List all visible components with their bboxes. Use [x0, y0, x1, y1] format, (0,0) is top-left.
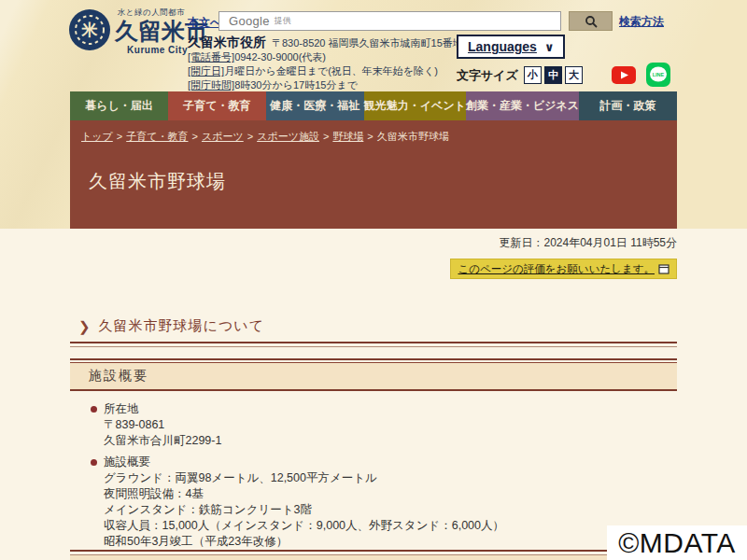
breadcrumb-separator: > [191, 131, 197, 142]
facility-list: 所在地 〒839-0861 久留米市合川町2299-1 施設概要 グラウンド：両… [91, 401, 651, 555]
list-item-line: 収容人員：15,000人（メインスタンド：9,000人、外野スタンド：6,000… [91, 518, 651, 534]
search-button[interactable] [569, 11, 613, 31]
office-days-line: [開庁日]月曜日から金曜日まで(祝日、年末年始を除く) [188, 64, 458, 78]
office-name: 久留米市役所 [188, 35, 266, 49]
title-banner: トップ>子育て・教育>スポーツ>スポーツ施設>野球場>久留米市野球場 久留米市野… [70, 120, 677, 229]
list-item-line: 夜間照明設備：4基 [91, 486, 651, 502]
search-icon [585, 15, 598, 28]
external-link-icon [658, 264, 669, 274]
phone-value: 0942-30-9000(代表) [234, 51, 326, 63]
next-section-strip [70, 555, 677, 560]
days-label: [開庁日] [188, 65, 224, 77]
list-item: 所在地 〒839-0861 久留米市合川町2299-1 [91, 401, 651, 449]
list-item-title: 施設概要 [91, 455, 651, 470]
phone-label: [電話番号] [188, 51, 234, 63]
list-item-line: 昭和50年3月竣工（平成23年改修） [91, 534, 651, 550]
days-value: 月曜日から金曜日まで(祝日、年末年始を除く) [224, 65, 438, 77]
overview-section-header: 施設概要 [70, 358, 677, 391]
youtube-icon[interactable] [612, 66, 636, 88]
site-logo[interactable]: 水と緑の人間都市 久留米市 Kurume City [115, 7, 188, 55]
breadcrumb-separator: > [323, 131, 329, 142]
list-item-title: 所在地 [91, 401, 651, 417]
nav-item-3[interactable]: 観光魅力・イベント [364, 91, 466, 120]
breadcrumb: トップ>子育て・教育>スポーツ>スポーツ施設>野球場>久留米市野球場 [81, 130, 449, 144]
list-item-line: メインスタンド：鉄筋コンクリート3階 [91, 502, 651, 518]
breadcrumb-link[interactable]: スポーツ [202, 131, 244, 142]
section-heading-about: ❯ 久留米市野球場について [78, 317, 264, 335]
office-hours-line: [開庁時間]8時30分から17時15分まで [188, 78, 458, 92]
languages-dropdown[interactable]: Languages ∨ [457, 35, 565, 59]
nav-item-label: 暮らし・届出 [85, 98, 153, 114]
nav-item-label: 計画・政策 [600, 98, 656, 114]
svg-text:LINE: LINE [653, 72, 665, 77]
nav-item-1[interactable]: 子育て・教育 [168, 91, 266, 120]
breadcrumb-current: 久留米市野球場 [377, 131, 449, 142]
font-size-large-button[interactable]: 大 [565, 66, 583, 84]
overview-heading-box: 施設概要 [70, 363, 677, 391]
nav-item-4[interactable]: 創業・産業・ビジネス [466, 91, 579, 120]
chevron-right-icon: ❯ [78, 318, 91, 335]
page-title: 久留米市野球場 [89, 169, 226, 194]
search-input[interactable]: Google 提供 [218, 11, 561, 31]
font-size-label: 文字サイズ [457, 67, 518, 84]
breadcrumb-link[interactable]: スポーツ施設 [257, 131, 319, 142]
breadcrumb-separator: > [117, 131, 122, 142]
font-size-medium-button[interactable]: 中 [544, 66, 562, 84]
office-phone-line: [電話番号]0942-30-9000(代表) [188, 50, 458, 64]
search-placeholder-suffix: 提供 [275, 15, 291, 27]
office-postal-address: 〒830-8520 福岡県久留米市城南町15番地3 [272, 37, 469, 49]
nav-item-label: 創業・産業・ビジネス [466, 98, 579, 114]
emblem-char: 米 [81, 21, 99, 39]
list-item-line: 〒839-0861 [91, 417, 651, 433]
search-placeholder-brand: Google [229, 14, 270, 28]
watermark-text: ©MDATA [618, 527, 736, 559]
breadcrumb-link[interactable]: トップ [81, 131, 113, 142]
list-item: 施設概要 グラウンド：両翼98メートル、12,500平方メートル 夜間照明設備：… [91, 455, 651, 550]
line-icon[interactable]: LINE [646, 63, 670, 91]
hours-label: [開庁時間] [188, 79, 234, 91]
nav-item-5[interactable]: 計画・政策 [579, 91, 677, 120]
breadcrumb-link[interactable]: 子育て・教育 [126, 131, 188, 142]
about-heading-text: 久留米市野球場について [99, 317, 264, 335]
page-feedback-link[interactable]: このページの評価をお願いいたします。 [450, 259, 677, 279]
city-emblem-icon: 米 [68, 8, 111, 55]
font-size-controls: 文字サイズ 小 中 大 [457, 66, 583, 84]
nav-item-label: 観光魅力・イベント [364, 98, 466, 114]
search-help-link[interactable]: 検索方法 [619, 14, 664, 30]
divider [70, 342, 677, 347]
logo-city-name: 久留米市 [115, 19, 188, 45]
breadcrumb-link[interactable]: 野球場 [332, 131, 363, 142]
global-nav: 暮らし・届出 子育て・教育 健康・医療・福祉 観光魅力・イベント 創業・産業・ビ… [70, 91, 677, 120]
breadcrumb-separator: > [247, 131, 253, 142]
overview-heading-text: 施設概要 [89, 368, 148, 385]
nav-item-label: 子育て・教育 [183, 98, 250, 114]
breadcrumb-separator: > [367, 131, 373, 142]
chevron-down-icon: ∨ [544, 40, 555, 54]
skip-to-content-link[interactable]: 本文へ [188, 15, 221, 31]
font-size-small-button[interactable]: 小 [524, 66, 542, 84]
watermark: ©MDATA [607, 525, 747, 560]
feedback-link-label: このページの評価をお願いいたします。 [458, 262, 655, 276]
city-office-info: 久留米市役所〒830-8520 福岡県久留米市城南町15番地3[アクセス] [電… [188, 35, 458, 92]
hours-value: 8時30分から17時15分まで [234, 79, 358, 91]
logo-city-name-en: Kurume City [115, 45, 188, 55]
nav-item-0[interactable]: 暮らし・届出 [70, 91, 168, 120]
office-address-line: 久留米市役所〒830-8520 福岡県久留米市城南町15番地3[アクセス] [188, 35, 458, 50]
list-item-line: グラウンド：両翼98メートル、12,500平方メートル [91, 470, 651, 486]
updated-date: 更新日：2024年04月01日 11時55分 [70, 235, 677, 251]
languages-label: Languages [468, 39, 537, 54]
nav-item-label: 健康・医療・福祉 [270, 98, 359, 114]
list-item-line: 久留米市合川町2299-1 [91, 433, 651, 449]
nav-item-2[interactable]: 健康・医療・福祉 [266, 91, 364, 120]
